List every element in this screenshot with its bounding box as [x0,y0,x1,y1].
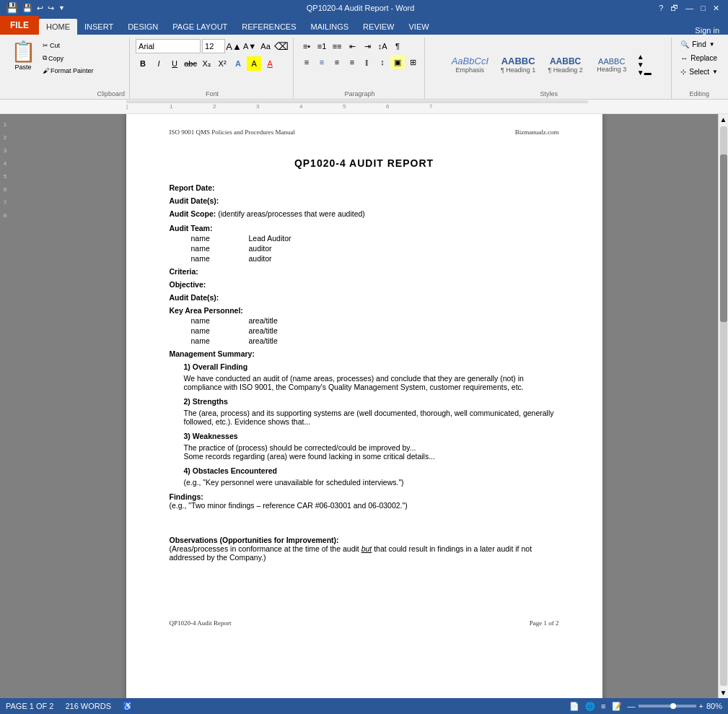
find-button[interactable]: 🔍 Find ▼ [677,39,717,50]
sort-btn[interactable]: ↕A [375,39,390,53]
view-outline-btn[interactable]: ≡ [601,702,605,710]
decrease-indent-btn[interactable]: ⇤ [345,39,359,53]
format-painter-button[interactable]: 🖌 Format Painter [39,66,97,76]
zoom-in-btn[interactable]: + [699,702,703,710]
status-right: 📄 🌐 ≡ 📝 — + 80% [569,702,722,711]
scroll-down-btn[interactable]: ▼ [719,687,728,698]
font-name-input[interactable] [136,39,201,53]
tab-insert[interactable]: INSERT [77,19,120,35]
editing-group: 🔍 Find ▼ ↔ Replace ⊹ Select ▼ Editing [673,38,725,99]
redo-btn[interactable]: ↪ [48,4,54,13]
italic-button[interactable]: I [152,56,166,71]
find-dropdown[interactable]: ▼ [709,41,715,48]
styles-more-btn[interactable]: ▼▬ [637,69,652,77]
tab-file[interactable]: FILE [0,16,39,35]
vertical-scrollbar[interactable]: ▲ ▼ [718,114,728,698]
maximize-btn[interactable]: □ [698,4,709,13]
change-case-btn[interactable]: Aa [258,39,273,53]
line-spacing-btn[interactable]: ↕ [375,55,390,69]
cut-button[interactable]: ✂ Cut [39,40,97,51]
style-heading3[interactable]: AABBC Heading 3 [590,55,633,75]
tab-page-layout[interactable]: PAGE LAYOUT [165,19,234,35]
select-button[interactable]: ⊹ Select ▼ [677,66,721,77]
replace-icon: ↔ [680,54,688,62]
text-effects-btn[interactable]: A [231,56,245,71]
audit-team-section: Audit Team: nameLead Auditor nameauditor… [170,224,559,263]
findings-section: Findings: (e.g., "Two minor findings – r… [170,492,559,510]
decrease-font-btn[interactable]: A▼ [242,39,257,53]
tab-home[interactable]: HOME [39,19,77,35]
style-heading1[interactable]: AABBC ¶ Heading 1 [496,53,540,76]
justify-btn[interactable]: ≡ [345,55,359,69]
close-btn[interactable]: ✕ [710,4,722,13]
audit-scope-value: (identify areas/processes that were audi… [218,209,365,218]
styles-gallery: AaBbCcI Emphasis AABBC ¶ Heading 1 AABBC… [447,53,652,77]
replace-button[interactable]: ↔ Replace [677,53,720,64]
show-marks-btn[interactable]: ¶ [390,39,405,53]
shading-btn[interactable]: ▣ [390,55,405,69]
scroll-thumb[interactable] [720,154,727,323]
copy-button[interactable]: ⧉ Copy [39,53,97,64]
tab-review[interactable]: REVIEW [356,19,401,35]
copy-icon: ⧉ [43,54,47,62]
findings-label: Findings: [170,492,203,501]
audit-team-list: nameLead Auditor nameauditor nameauditor [191,234,559,263]
management-summary-label: Management Summary: [170,349,255,358]
paste-button[interactable]: 📋 Paste [7,38,39,73]
spacer [170,514,559,536]
style-emphasis[interactable]: AaBbCcI Emphasis [447,53,494,76]
select-icon: ⊹ [680,68,686,76]
undo-btn[interactable]: ↩ [37,4,43,13]
select-dropdown[interactable]: ▼ [712,69,718,75]
view-draft-btn[interactable]: 📝 [612,702,622,711]
accessibility-icon[interactable]: ♿ [123,702,133,711]
view-web-btn[interactable]: 🌐 [585,702,595,711]
minimize-btn[interactable]: — [683,4,696,13]
audit-dates-label: Audit Date(s): [170,196,219,205]
increase-font-btn[interactable]: A▲ [227,39,241,53]
multilevel-btn[interactable]: ≡≡ [330,39,344,53]
columns-btn[interactable]: ⫿ [360,55,374,69]
tab-mailings[interactable]: MAILINGS [304,19,356,35]
subscript-button[interactable]: X₂ [199,56,214,71]
font-size-input[interactable] [202,39,225,53]
zoom-out-btn[interactable]: — [628,702,636,710]
left-sidebar: 1 2 3 4 5 6 7 8 [0,114,10,698]
borders-btn[interactable]: ⊞ [405,55,420,69]
style-heading2[interactable]: AABBC ¶ Heading 2 [543,54,587,76]
paste-label: Paste [14,64,31,71]
sign-in-btn[interactable]: Sign in [686,26,728,35]
quick-access-save[interactable]: 💾 [22,4,32,13]
strengths-heading: 2) Strengths [184,397,559,406]
restore-btn[interactable]: 🗗 [667,4,681,13]
styles-scroll-up[interactable]: ▲ [637,53,652,61]
underline-button[interactable]: U [167,56,182,71]
highlight-btn[interactable]: A [247,56,261,71]
clear-format-btn[interactable]: ⌫ [274,39,289,53]
weaknesses-heading: 3) Weaknesses [184,432,559,440]
ribbon-content: 📋 Paste ✂ Cut ⧉ Copy 🖌 Format Painter Cl… [0,35,728,100]
audit-dates2-field: Audit Date(s): [170,293,559,302]
superscript-button[interactable]: X² [215,56,229,71]
tab-references[interactable]: REFERENCES [234,19,303,35]
scroll-up-btn[interactable]: ▲ [719,114,728,125]
strikethrough-button[interactable]: abc [183,56,198,71]
window-title: QP1020-4 Audit Report - Word [307,4,415,12]
bullets-btn[interactable]: ≡• [299,39,314,53]
increase-indent-btn[interactable]: ⇥ [360,39,374,53]
document-area[interactable]: ISO 9001 QMS Policies and Procedures Man… [10,114,718,698]
styles-scroll-down[interactable]: ▼ [637,61,652,69]
help-btn[interactable]: ? [656,4,666,13]
numbering-btn[interactable]: ≡1 [315,39,329,53]
align-right-btn[interactable]: ≡ [330,55,344,69]
font-color-btn[interactable]: A [263,56,277,71]
bold-button[interactable]: B [136,56,150,71]
view-print-btn[interactable]: 📄 [569,702,579,711]
tab-view[interactable]: VIEW [402,19,437,35]
align-left-btn[interactable]: ≡ [299,55,314,69]
zoom-slider[interactable] [639,705,696,708]
tab-design[interactable]: DESIGN [120,19,165,35]
report-date-field: Report Date: [170,183,559,192]
align-center-btn[interactable]: ≡ [315,55,329,69]
customize-btn[interactable]: ▼ [58,4,65,12]
